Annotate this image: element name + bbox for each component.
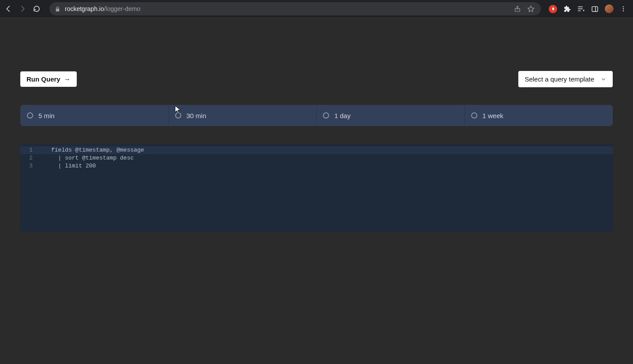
arrow-right-icon: →: [64, 75, 71, 83]
svg-point-4: [623, 10, 624, 11]
time-range-label: 1 week: [483, 112, 504, 119]
code-text: fields @timestamp, @message: [38, 146, 144, 154]
radio-icon: [27, 112, 33, 119]
code-text: | limit 200: [38, 162, 96, 170]
profile-avatar[interactable]: [605, 4, 614, 13]
url-text: rocketgraph.io/logger-demo: [65, 5, 140, 12]
radio-icon: [323, 112, 329, 119]
editor-line: 2 | sort @timestamp desc: [20, 154, 613, 162]
browser-chrome: rocketgraph.io/logger-demo: [0, 0, 633, 18]
bookmark-star-icon[interactable]: [527, 5, 535, 13]
lock-icon: [55, 6, 60, 12]
back-button[interactable]: [4, 5, 12, 13]
run-query-label: Run Query: [26, 75, 60, 83]
time-range-5min[interactable]: 5 min: [21, 105, 169, 126]
line-number: 2: [20, 154, 38, 162]
share-icon[interactable]: [514, 5, 521, 12]
run-query-button[interactable]: Run Query →: [20, 71, 77, 87]
query-editor[interactable]: 1 fields @timestamp, @message 2 | sort @…: [20, 144, 613, 232]
radio-icon: [175, 112, 181, 119]
editor-line: 1 fields @timestamp, @message: [20, 146, 613, 154]
kebab-menu-icon[interactable]: [620, 5, 627, 12]
svg-point-2: [623, 6, 624, 7]
time-range-1day[interactable]: 1 day: [317, 105, 465, 126]
extensions-icon[interactable]: [563, 5, 571, 13]
line-number: 1: [20, 146, 38, 154]
address-bar[interactable]: rocketgraph.io/logger-demo: [49, 2, 541, 15]
line-number: 3: [20, 162, 38, 170]
svg-rect-1: [592, 6, 598, 11]
radio-icon: [471, 112, 477, 119]
time-range-label: 30 min: [187, 112, 206, 119]
chrome-right-icons: [544, 4, 629, 13]
extension-badge-icon[interactable]: [549, 5, 557, 13]
nav-buttons: [4, 5, 44, 13]
time-range-1week[interactable]: 1 week: [465, 105, 613, 126]
forward-button[interactable]: [19, 5, 26, 13]
chevron-down-icon: [600, 76, 607, 82]
panel-icon[interactable]: [591, 5, 599, 13]
time-range-label: 1 day: [334, 112, 351, 119]
page-content: Run Query → Select a query template 5 mi…: [0, 18, 633, 232]
query-template-select[interactable]: Select a query template: [518, 71, 613, 87]
svg-point-3: [623, 8, 624, 9]
playlist-icon[interactable]: [577, 5, 585, 13]
page-toolbar: Run Query → Select a query template: [20, 71, 613, 87]
time-range-label: 5 min: [38, 112, 55, 119]
code-text: | sort @timestamp desc: [38, 154, 134, 162]
time-range-30min[interactable]: 30 min: [169, 105, 317, 126]
query-template-label: Select a query template: [524, 75, 594, 83]
time-range-row: 5 min 30 min 1 day 1 week: [20, 105, 613, 126]
editor-line: 3 | limit 200: [20, 162, 613, 170]
reload-button[interactable]: [33, 5, 41, 13]
